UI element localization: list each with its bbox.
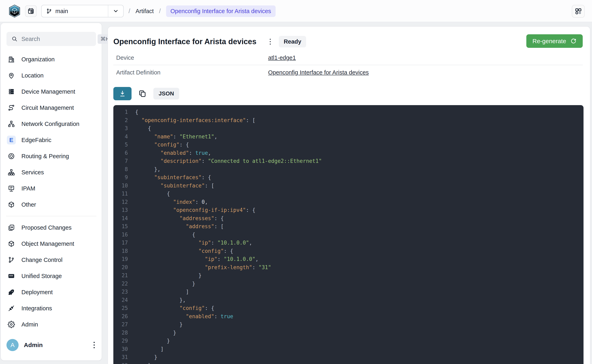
code-viewer: 1{2 "openconfig-interfaces:interface": [… [113, 105, 584, 364]
sidebar-item-network-configuration[interactable]: Network Configuration [1, 116, 102, 132]
breadcrumb-separator: / [159, 7, 161, 15]
code-line: 3 { [113, 124, 584, 133]
plug-icon [7, 304, 16, 313]
sidebar-item-integrations[interactable]: Integrations [1, 300, 102, 316]
git-branch-icon [46, 8, 52, 14]
sidebar-item-routing-peering[interactable]: Routing & Peering [1, 148, 102, 164]
sidebar-item-label: EdgeFabric [21, 137, 51, 143]
regenerate-button[interactable]: Re-generate [526, 34, 583, 48]
top-bar: main / Artifact / Openconfig Interface f… [0, 0, 592, 22]
sidebar-item-label: Deployment [21, 289, 53, 296]
code-line: 5 "config": { [113, 141, 584, 149]
refresh-icon [570, 38, 577, 44]
sidebar-item-label: Change Control [21, 257, 62, 263]
chevron-down-icon [113, 8, 119, 14]
sidebar-item-label: Services [21, 169, 44, 176]
sidebar-item-label: IPAM [21, 185, 35, 192]
code-line: 1{ [113, 108, 584, 116]
breadcrumb-separator: / [128, 7, 130, 15]
avatar: A [7, 339, 19, 351]
gear-icon [7, 320, 16, 329]
user-row[interactable]: A Admin [7, 338, 97, 352]
building-icon [7, 55, 16, 64]
detail-row-artifact-definition: Artifact DefinitionOpenconfig Interface … [113, 65, 583, 80]
code-line: 26 "enabled": true [113, 312, 584, 321]
sidebar-item-label: Unified Storage [21, 273, 62, 280]
search-box[interactable]: ⌘K [7, 32, 96, 46]
branch-dropdown-toggle[interactable] [108, 5, 123, 17]
code-line: 17 "ip": "10.1.0.0", [113, 239, 584, 247]
detail-value-link[interactable]: Openconfig Interface for Arista devices [268, 69, 369, 76]
code-line: 15 "address": [ [113, 222, 584, 231]
code-line: 13 "openconfig-if-ip:ipv4": { [113, 206, 584, 214]
sidebar-item-device-management[interactable]: Device Management [1, 84, 102, 100]
calendar-clock-button[interactable] [25, 5, 37, 17]
user-name: Admin [24, 342, 92, 348]
detail-value-link[interactable]: atl1-edge1 [268, 54, 296, 61]
sidebar-item-label: Location [21, 72, 44, 79]
code-line: 27 } [113, 320, 584, 329]
sidebar-item-label: Network Configuration [21, 121, 79, 127]
sidebar-nav-primary: OrganizationLocationDevice ManagementCir… [1, 51, 102, 213]
app-logo[interactable] [8, 4, 20, 18]
status-badge: Ready [279, 36, 306, 47]
detail-table: Deviceatl1-edge1Artifact DefinitionOpenc… [113, 51, 583, 80]
sidebar-item-circuit-management[interactable]: Circuit Management [1, 100, 102, 116]
sidebar-item-proposed-changes[interactable]: Proposed Changes [1, 220, 102, 236]
search-input[interactable] [21, 36, 98, 42]
server-icon [7, 87, 16, 96]
user-menu-button[interactable] [92, 340, 97, 350]
sidebar-item-deployment[interactable]: Deployment [1, 284, 102, 300]
code-line: 32 }, [113, 361, 584, 364]
detail-row-device: Deviceatl1-edge1 [113, 51, 583, 65]
title-menu-button[interactable] [268, 37, 273, 47]
code-line: 7 "description": "Connected to atl1-edge… [113, 157, 584, 165]
sidebar-item-label: Admin [21, 321, 38, 328]
branch-selector[interactable]: main [41, 5, 124, 17]
breadcrumb-current-page[interactable]: Openconfig Interface for Arista devices [166, 6, 276, 17]
sidebar-item-services[interactable]: Services [1, 164, 102, 180]
download-icon [119, 90, 126, 97]
sidebar-item-label: Routing & Peering [21, 153, 69, 160]
actions-row: JSON [113, 87, 583, 100]
ipam-icon: IP [7, 184, 16, 193]
svg-text:IP: IP [10, 186, 12, 189]
breadcrumb-item-artifact[interactable]: Artifact [135, 8, 154, 14]
cube-icon [7, 239, 16, 248]
sidebar-item-unified-storage[interactable]: Unified Storage [1, 268, 102, 284]
download-button[interactable] [113, 87, 132, 100]
sidebar-item-label: Circuit Management [21, 104, 74, 111]
sidebar-item-other[interactable]: Other [1, 196, 102, 213]
sidebar-item-edgefabric[interactable]: EEdgeFabric [1, 132, 102, 148]
sidebar-item-label: Proposed Changes [21, 224, 72, 231]
code-line: 6 "enabled": true, [113, 149, 584, 157]
code-line: 31 } [113, 353, 584, 361]
sidebar-item-object-management[interactable]: Object Management [1, 236, 102, 252]
code-line: 16 { [113, 231, 584, 239]
sidebar-item-organization[interactable]: Organization [1, 51, 102, 67]
storage-icon [7, 272, 16, 280]
code-line: 19 "ip": "10.1.0.0", [113, 255, 584, 263]
rocket-icon [7, 288, 16, 297]
sidebar-item-ipam[interactable]: IPIPAM [1, 180, 102, 196]
sidebar-item-label: Object Management [21, 240, 74, 247]
sidebar-item-change-control[interactable]: Change Control [1, 252, 102, 268]
code-line: 28 } [113, 329, 584, 337]
breadcrumb: / Artifact / Openconfig Interface for Ar… [128, 0, 276, 22]
apps-grid-button[interactable] [572, 5, 585, 18]
code-line: 4 "name": "Ethernet1", [113, 133, 584, 141]
code-line: 22 } [113, 280, 584, 288]
edgefabric-chip: E [7, 136, 16, 144]
cube-icon [7, 200, 16, 209]
sidebar-item-label: Organization [21, 56, 54, 63]
detail-label: Artifact Definition [113, 69, 268, 76]
copy-icon [138, 89, 147, 98]
copy-button[interactable] [138, 89, 147, 98]
sidebar-item-location[interactable]: Location [1, 67, 102, 84]
main-content: Openconfig Interface for Arista devices … [108, 26, 590, 364]
code-line: 18 "config": { [113, 247, 584, 255]
search-icon [11, 36, 18, 42]
git-branch-icon [7, 255, 16, 264]
hierarchy-icon [7, 119, 16, 128]
sidebar-item-admin[interactable]: Admin [1, 316, 102, 332]
